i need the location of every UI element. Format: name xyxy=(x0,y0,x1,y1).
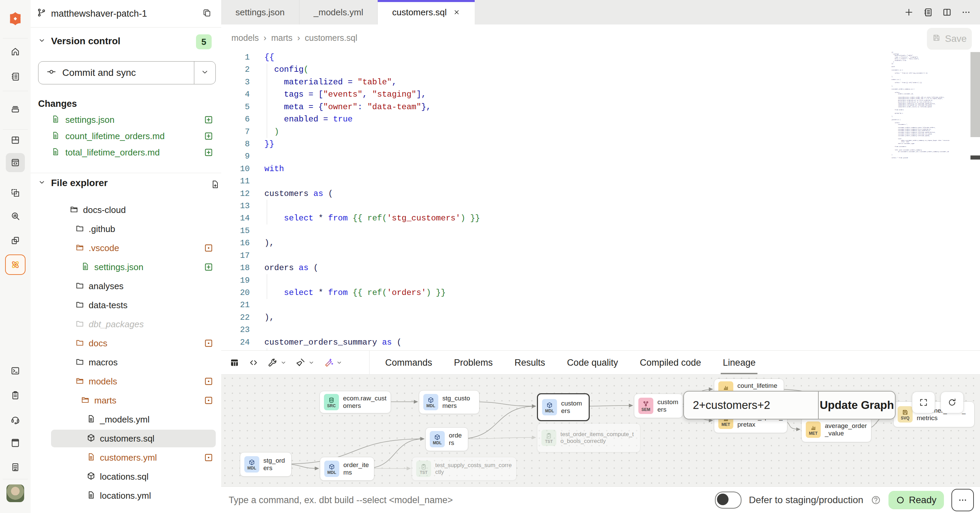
line-number: 12 xyxy=(221,189,250,199)
modified-badge-icon[interactable] xyxy=(204,243,214,253)
journal-icon[interactable] xyxy=(923,7,933,17)
tree-item-dbt_packages[interactable]: dbt_packages xyxy=(30,314,221,334)
lineage-node-stg_orders[interactable]: MDLstg_orders xyxy=(240,452,292,476)
tab-settings.json[interactable]: settings.json xyxy=(221,0,299,24)
more-options-button[interactable] xyxy=(951,489,974,511)
refresh-graph-button[interactable] xyxy=(940,392,964,413)
ellipsis-icon[interactable] xyxy=(961,7,971,17)
lineage-node-test_supply_costs_sum_correctly[interactable]: TSTtest_supply_costs_sum_correctly xyxy=(412,457,517,481)
tree-item-locations.sql[interactable]: locations.sql xyxy=(30,467,221,486)
defer-toggle[interactable] xyxy=(715,492,741,508)
changed-file-count_lifetime_orders.md[interactable]: count_lifetime_orders.md xyxy=(30,128,221,144)
code-line-1: 1{{ xyxy=(221,51,980,64)
graph-selector-input[interactable]: 2+customers+2 xyxy=(684,399,818,411)
tree-item-customers.yml[interactable]: customers.yml xyxy=(30,448,221,467)
chevron-down-icon[interactable] xyxy=(308,360,314,366)
changed-file-total_lifetime_orders.md[interactable]: total_lifetime_orders.md xyxy=(30,144,221,160)
lineage-node-test_order_items_compute_to_bools_correctly[interactable]: TSTtest_order_items_compute_to_bools_cor… xyxy=(537,423,640,453)
select-area-icon[interactable] xyxy=(6,183,25,202)
tree-item-locations.yml[interactable]: locations.yml xyxy=(30,486,221,505)
update-graph-button[interactable]: Update Graph xyxy=(819,399,895,411)
help-icon[interactable] xyxy=(871,495,881,505)
code-editor-icon[interactable] xyxy=(6,153,25,172)
tree-item-docs-cloud[interactable]: docs-cloud xyxy=(30,200,221,219)
lineage-node-customers[interactable]: MDLcustomers xyxy=(537,393,590,421)
branch-selector[interactable]: matthewshaver-patch-1 xyxy=(37,0,147,27)
stage-file-icon[interactable] xyxy=(204,131,214,141)
tree-item-data-tests[interactable]: data-tests xyxy=(30,295,221,314)
chevron-down-icon[interactable] xyxy=(280,360,286,366)
home-icon[interactable] xyxy=(6,42,25,61)
breadcrumb-models[interactable]: models xyxy=(231,33,259,43)
book-icon[interactable] xyxy=(6,434,25,453)
save-button[interactable]: Save xyxy=(927,28,972,50)
modified-badge-icon[interactable] xyxy=(204,338,214,348)
avatar-icon[interactable] xyxy=(6,484,25,503)
split-columns-icon[interactable] xyxy=(942,7,952,17)
lineage-node-stg_customers[interactable]: MDLstg_customers xyxy=(419,390,479,414)
archive-icon[interactable] xyxy=(6,99,25,118)
close-tab-icon[interactable] xyxy=(453,8,460,16)
panel-tab-Commands[interactable]: Commands xyxy=(385,351,432,375)
stage-file-icon[interactable] xyxy=(204,147,214,157)
journal-icon[interactable] xyxy=(6,67,25,86)
command-input[interactable]: Type a command, ex. dbt build --select <… xyxy=(229,487,453,513)
ai-fix-pen-icon[interactable] xyxy=(323,357,342,368)
panel-tab-Code quality[interactable]: Code quality xyxy=(567,351,618,375)
code-tag-icon[interactable] xyxy=(248,357,259,368)
lineage-node-ecom.raw_customers[interactable]: SRCecom.raw_customers xyxy=(320,391,391,413)
stage-file-icon[interactable] xyxy=(204,114,214,125)
file-explorer-header[interactable]: File explorer xyxy=(38,178,108,189)
version-control-header[interactable]: Version control xyxy=(38,36,121,47)
plus-icon[interactable] xyxy=(904,7,914,17)
lineage-node-customers[interactable]: SEMcustomers xyxy=(634,394,683,418)
tree-item-.vscode[interactable]: .vscode xyxy=(30,238,221,257)
tab-customers.sql[interactable]: customers.sql xyxy=(378,0,474,24)
panel-tab-Results[interactable]: Results xyxy=(514,351,545,375)
table-grid-icon[interactable] xyxy=(229,357,240,368)
added-badge-icon[interactable] xyxy=(204,262,214,272)
new-file-icon[interactable] xyxy=(210,179,220,191)
tab-_models.yml[interactable]: _models.yml xyxy=(299,0,378,24)
code-editor[interactable]: {{ config( materialized = "table", tags … xyxy=(221,51,980,350)
copy-branch-icon[interactable] xyxy=(202,8,212,19)
copilot-atom-icon[interactable] xyxy=(5,254,25,275)
changes-count-badge: 5 xyxy=(196,34,212,49)
building-icon[interactable] xyxy=(6,457,25,476)
tree-item-marts[interactable]: marts xyxy=(30,391,221,410)
breadcrumb-marts[interactable]: marts xyxy=(271,33,293,43)
tree-item-settings.json[interactable]: settings.json xyxy=(30,257,221,276)
terminal-icon[interactable] xyxy=(6,361,25,380)
tree-item-customers.sql[interactable]: customers.sql xyxy=(30,429,221,448)
tree-item-macros[interactable]: macros xyxy=(30,353,221,372)
modified-badge-icon[interactable] xyxy=(204,395,214,405)
commit-options-dropdown[interactable] xyxy=(194,62,215,84)
modified-badge-icon[interactable] xyxy=(204,376,214,386)
lineage-canvas[interactable]: SRCecom.raw_customersMDLstg_customersMDL… xyxy=(221,374,980,487)
folder-open-icon xyxy=(75,243,84,253)
lineage-node-average_order_value[interactable]: METaverage_order_value xyxy=(801,417,872,442)
tree-item-analyses[interactable]: analyses xyxy=(30,276,221,295)
lineage-node-order_items[interactable]: MDLorder_items xyxy=(320,457,374,481)
commit-and-sync-button[interactable]: Commit and sync xyxy=(38,61,216,84)
modified-badge-icon[interactable] xyxy=(204,453,214,463)
lineage-node-orders[interactable]: MDLorders xyxy=(425,427,468,451)
fullscreen-button[interactable] xyxy=(912,392,935,413)
changed-file-settings.json[interactable]: settings.json xyxy=(30,111,221,128)
panel-tab-Compiled code[interactable]: Compiled code xyxy=(640,351,701,375)
tree-item-docs[interactable]: docs xyxy=(30,334,221,353)
tree-item-models[interactable]: models xyxy=(30,372,221,391)
tree-item-_models.yml[interactable]: _models.yml xyxy=(30,410,221,429)
chevron-down-icon[interactable] xyxy=(336,360,342,366)
headset-icon[interactable] xyxy=(6,410,25,429)
query-search-icon[interactable] xyxy=(6,206,25,226)
panel-tab-Lineage[interactable]: Lineage xyxy=(723,351,756,375)
tree-item-.github[interactable]: .github xyxy=(30,219,221,238)
dbt-logo-icon[interactable] xyxy=(6,9,25,28)
panel-tab-Problems[interactable]: Problems xyxy=(454,351,493,375)
format-wrench-icon[interactable] xyxy=(267,357,286,368)
clean-broom-icon[interactable] xyxy=(295,357,314,368)
checklist-icon[interactable] xyxy=(6,386,25,405)
windows-icon[interactable] xyxy=(6,231,25,250)
dashboard-icon[interactable] xyxy=(6,131,25,150)
